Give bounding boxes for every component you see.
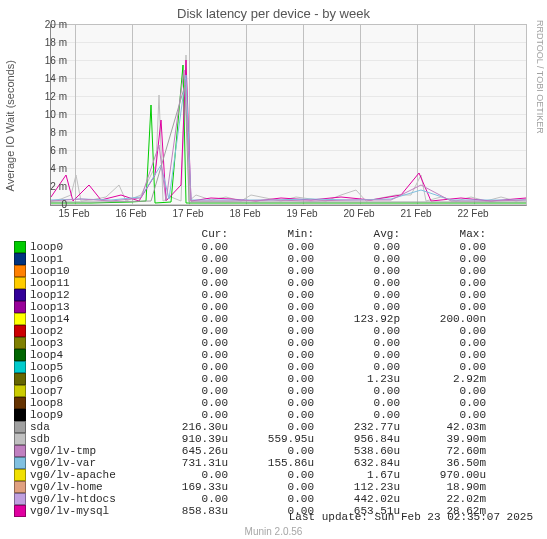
max-val: 0.00 <box>400 265 486 277</box>
series-name: vg0/lv-htdocs <box>30 493 142 505</box>
swatch-icon <box>14 337 26 349</box>
munin-version: Munin 2.0.56 <box>0 526 547 537</box>
ytick: 20 m <box>45 19 67 30</box>
max-val: 0.00 <box>400 337 486 349</box>
max-val: 0.00 <box>400 241 486 253</box>
swatch-icon <box>14 433 26 445</box>
avatar: 0.00 <box>314 361 400 373</box>
max-val: 970.00u <box>400 469 486 481</box>
series-name: loop1 <box>30 253 142 265</box>
last-update: Last update: Sun Feb 23 02:35:07 2025 <box>289 511 533 523</box>
legend-row: sda216.30u0.00232.77u42.03m <box>14 421 486 433</box>
legend-row: loop00.000.000.000.00 <box>14 241 486 253</box>
legend-row: loop70.000.000.000.00 <box>14 385 486 397</box>
max-val: 200.00n <box>400 313 486 325</box>
xtick: 20 Feb <box>343 208 374 219</box>
min-val: 155.86u <box>228 457 314 469</box>
plot-area <box>50 24 527 206</box>
cur-val: 0.00 <box>142 277 228 289</box>
series-name: vg0/lv-tmp <box>30 445 142 457</box>
legend-row: loop100.000.000.000.00 <box>14 265 486 277</box>
series-name: loop10 <box>30 265 142 277</box>
min-val: 0.00 <box>228 373 314 385</box>
avatar: 123.92p <box>314 313 400 325</box>
series-name: sda <box>30 421 142 433</box>
swatch-icon <box>14 421 26 433</box>
cur-val: 0.00 <box>142 397 228 409</box>
xtick: 16 Feb <box>115 208 146 219</box>
min-val: 0.00 <box>228 349 314 361</box>
y-axis-label: Average IO Wait (seconds) <box>4 60 16 191</box>
series-name: loop7 <box>30 385 142 397</box>
min-val: 0.00 <box>228 481 314 493</box>
legend-row: loop20.000.000.000.00 <box>14 325 486 337</box>
min-val: 0.00 <box>228 253 314 265</box>
xtick: 21 Feb <box>400 208 431 219</box>
avatar: 442.02u <box>314 493 400 505</box>
cur-val: 0.00 <box>142 493 228 505</box>
series-name: loop8 <box>30 397 142 409</box>
cur-val: 645.26u <box>142 445 228 457</box>
cur-val: 216.30u <box>142 421 228 433</box>
min-val: 0.00 <box>228 325 314 337</box>
series-name: loop9 <box>30 409 142 421</box>
max-val: 18.90m <box>400 481 486 493</box>
cur-val: 0.00 <box>142 349 228 361</box>
min-val: 0.00 <box>228 445 314 457</box>
legend-row: loop80.000.000.000.00 <box>14 397 486 409</box>
series-name: loop4 <box>30 349 142 361</box>
swatch-icon <box>14 349 26 361</box>
xtick: 15 Feb <box>58 208 89 219</box>
col-cur: Cur: <box>142 228 228 240</box>
series-name: vg0/lv-home <box>30 481 142 493</box>
swatch-icon <box>14 373 26 385</box>
legend-row: vg0/lv-var731.31u155.86u632.84u36.50m <box>14 457 486 469</box>
swatch-icon <box>14 385 26 397</box>
cur-val: 0.00 <box>142 385 228 397</box>
cur-val: 0.00 <box>142 373 228 385</box>
swatch-icon <box>14 493 26 505</box>
xtick: 18 Feb <box>229 208 260 219</box>
cur-val: 910.39u <box>142 433 228 445</box>
series-name: loop11 <box>30 277 142 289</box>
col-max: Max: <box>400 228 486 240</box>
avatar: 0.00 <box>314 301 400 313</box>
cur-val: 0.00 <box>142 337 228 349</box>
cur-val: 0.00 <box>142 325 228 337</box>
min-val: 0.00 <box>228 493 314 505</box>
swatch-icon <box>14 289 26 301</box>
series-name: loop2 <box>30 325 142 337</box>
max-val: 36.50m <box>400 457 486 469</box>
min-val: 0.00 <box>228 241 314 253</box>
swatch-icon <box>14 325 26 337</box>
avatar: 1.67u <box>314 469 400 481</box>
avatar: 112.23u <box>314 481 400 493</box>
min-val: 0.00 <box>228 313 314 325</box>
max-val: 0.00 <box>400 409 486 421</box>
avatar: 0.00 <box>314 349 400 361</box>
series-name: loop14 <box>30 313 142 325</box>
series-name: loop13 <box>30 301 142 313</box>
swatch-icon <box>14 505 26 517</box>
avatar: 0.00 <box>314 337 400 349</box>
avatar: 232.77u <box>314 421 400 433</box>
rrd-credit: RRDTOOL / TOBI OETIKER <box>535 20 545 134</box>
series-name: vg0/lv-mysql <box>30 505 142 517</box>
swatch-icon <box>14 457 26 469</box>
series-name: loop12 <box>30 289 142 301</box>
min-val: 0.00 <box>228 421 314 433</box>
legend-row: vg0/lv-tmp645.26u0.00538.60u72.60m <box>14 445 486 457</box>
col-avg: Avg: <box>314 228 400 240</box>
legend-row: loop130.000.000.000.00 <box>14 301 486 313</box>
series-name: vg0/lv-var <box>30 457 142 469</box>
min-val: 559.95u <box>228 433 314 445</box>
cur-val: 0.00 <box>142 301 228 313</box>
legend-row: loop110.000.000.000.00 <box>14 277 486 289</box>
swatch-icon <box>14 253 26 265</box>
avatar: 1.23u <box>314 373 400 385</box>
max-val: 0.00 <box>400 385 486 397</box>
cur-val: 0.00 <box>142 265 228 277</box>
legend-row: loop120.000.000.000.00 <box>14 289 486 301</box>
chart-lines <box>51 25 526 205</box>
avatar: 0.00 <box>314 409 400 421</box>
